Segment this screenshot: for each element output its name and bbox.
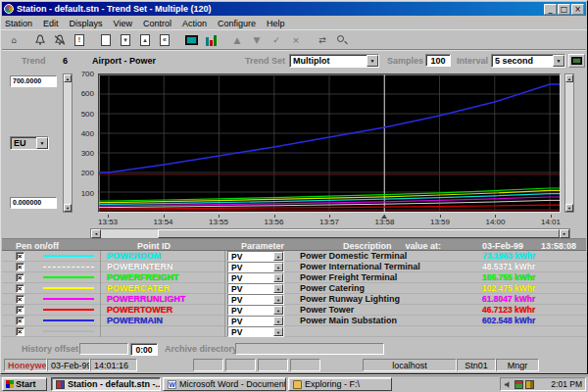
tray-app2-icon[interactable]: [525, 380, 534, 389]
parameter-select[interactable]: PV▼: [227, 251, 284, 262]
chart-vertical-scrollbar[interactable]: ▲ ▼: [564, 74, 574, 213]
trend-display-button[interactable]: [568, 54, 585, 68]
archive-directory-field[interactable]: [235, 343, 384, 355]
interval-select[interactable]: 5 second▼: [491, 54, 565, 68]
samples-input[interactable]: 100: [425, 54, 451, 67]
menu-help[interactable]: Help: [267, 19, 285, 28]
chevron-down-icon[interactable]: ▼: [273, 306, 283, 315]
maximize-button[interactable]: □: [558, 4, 570, 15]
scroll-right-icon[interactable]: ►: [560, 229, 569, 238]
hi-limit-field[interactable]: 700.0000: [10, 75, 57, 87]
taskbar-clock[interactable]: 2:01 PM: [551, 379, 582, 389]
raise-icon[interactable]: ▲: [227, 32, 247, 49]
pen-checkbox[interactable]: ×: [16, 306, 24, 315]
history-offset-value[interactable]: 0:00: [130, 343, 158, 356]
point-id-field[interactable]: POWERCATER: [100, 283, 225, 294]
point-id-field[interactable]: POWERMAIN: [100, 316, 225, 326]
trend-chart-icon[interactable]: [201, 32, 220, 49]
x-tick-label: 13:54: [154, 218, 173, 226]
point-id-field[interactable]: POWERFREIGHT: [100, 272, 225, 283]
menu-view[interactable]: View: [114, 19, 132, 28]
chevron-down-icon[interactable]: ▼: [553, 55, 564, 67]
chevron-down-icon[interactable]: ▼: [273, 317, 283, 325]
trend-plot[interactable]: [98, 74, 561, 213]
title-bar[interactable]: Station - default.stn - Trend Set - Mult…: [2, 2, 586, 16]
parameter-select[interactable]: PV▼: [227, 272, 284, 283]
pen-row: ×POWERINTERNPV▼Power International Termi…: [2, 262, 586, 272]
pen-checkbox[interactable]: ×: [16, 263, 24, 271]
pen-swatch: [37, 294, 100, 305]
volume-icon[interactable]: [504, 380, 513, 389]
chevron-down-icon[interactable]: ▼: [273, 263, 283, 271]
pen-checkbox[interactable]: ×: [16, 252, 24, 261]
lo-limit-field[interactable]: 0.000000: [10, 197, 57, 209]
chevron-down-icon[interactable]: ▼: [273, 273, 283, 282]
history-offset-field[interactable]: [79, 343, 128, 355]
minimize-button[interactable]: _: [544, 4, 557, 15]
chevron-down-icon[interactable]: ▼: [273, 327, 283, 336]
task-button[interactable]: Station - default.stn -...: [51, 377, 161, 391]
page-icon[interactable]: [96, 32, 116, 49]
parameter-select[interactable]: PV▼: [227, 316, 284, 326]
alarm-summary-icon[interactable]: !: [70, 32, 89, 49]
page-back-icon[interactable]: «: [155, 32, 174, 49]
accept-icon[interactable]: ✓: [267, 32, 286, 49]
cursor-marker-icon[interactable]: [381, 215, 387, 219]
page-down-icon[interactable]: ▾: [116, 32, 135, 49]
y-axis-labels: 700600500400300200100: [71, 74, 96, 213]
page-up-icon[interactable]: ▴: [135, 32, 155, 49]
pen-checkbox[interactable]: ×: [16, 295, 24, 304]
point-id-field[interactable]: POWERRUNLIGHT: [100, 294, 225, 305]
pen-checkbox[interactable]: ×: [16, 327, 24, 336]
menu-edit[interactable]: Edit: [43, 19, 59, 28]
scroll-down-icon[interactable]: ▼: [565, 204, 573, 212]
swap-display-icon[interactable]: ⇄: [313, 32, 332, 49]
menu-action[interactable]: Action: [182, 19, 207, 28]
menu-control[interactable]: Control: [143, 19, 172, 28]
y-tick-label: 700: [81, 70, 94, 78]
parameter-select[interactable]: PV▼: [227, 262, 284, 272]
trend-lines: [99, 74, 560, 212]
parameter-select[interactable]: PV▼: [227, 283, 284, 294]
scrollbar-thumb[interactable]: [158, 229, 560, 238]
point-description: Power Catering: [294, 283, 476, 294]
parameter-select[interactable]: PV▼: [227, 326, 284, 337]
alarm-bell-icon[interactable]: [30, 32, 50, 49]
point-id-field[interactable]: POWERDOM: [100, 251, 225, 262]
trend-set-select[interactable]: Multiplot▼: [289, 54, 379, 68]
scroll-left-icon[interactable]: ◄: [91, 229, 101, 238]
point-id-field[interactable]: POWERTOWER: [100, 305, 225, 316]
parameter-select[interactable]: PV▼: [227, 294, 284, 305]
cancel-icon[interactable]: ×: [286, 32, 306, 49]
lower-icon[interactable]: ▼: [247, 32, 267, 49]
display-icon[interactable]: [181, 32, 201, 49]
alarm-silence-icon[interactable]: [50, 32, 70, 49]
station-icon[interactable]: ⌂: [4, 32, 24, 49]
menu-configure[interactable]: Configure: [218, 19, 256, 28]
status-empty-cell: [225, 359, 256, 371]
task-button[interactable]: Exploring - F:\: [288, 377, 392, 391]
task-button[interactable]: WMicrosoft Word - Document5: [163, 377, 286, 391]
scroll-up-icon[interactable]: ▲: [565, 74, 573, 82]
chevron-down-icon[interactable]: ▼: [273, 295, 283, 304]
pen-checkbox[interactable]: ×: [16, 317, 24, 325]
chevron-down-icon[interactable]: ▼: [36, 137, 48, 149]
trend-number[interactable]: 6: [63, 56, 68, 66]
menu-displays[interactable]: Displays: [70, 19, 103, 28]
search-icon[interactable]: [332, 32, 352, 49]
menu-station[interactable]: Station: [5, 19, 32, 28]
pen-checkbox[interactable]: ×: [16, 284, 24, 293]
eu-select[interactable]: EU▼: [10, 136, 49, 150]
chevron-down-icon[interactable]: ▼: [367, 55, 378, 67]
close-button[interactable]: ×: [571, 4, 584, 15]
parameter-select[interactable]: PV▼: [227, 305, 284, 316]
x-tick-label: 13:55: [209, 218, 228, 226]
chevron-down-icon[interactable]: ▼: [273, 284, 283, 293]
pen-checkbox[interactable]: ×: [16, 273, 24, 282]
point-id-field[interactable]: POWERINTERN: [100, 262, 225, 272]
point-id-field[interactable]: [100, 326, 225, 337]
start-button[interactable]: Start: [2, 377, 47, 391]
chart-block: 700.0000 EU▼ 0.000000 ▲ ▼ 70060050040030…: [2, 72, 586, 244]
chevron-down-icon[interactable]: ▼: [273, 252, 283, 261]
tray-app-icon[interactable]: [514, 380, 523, 389]
